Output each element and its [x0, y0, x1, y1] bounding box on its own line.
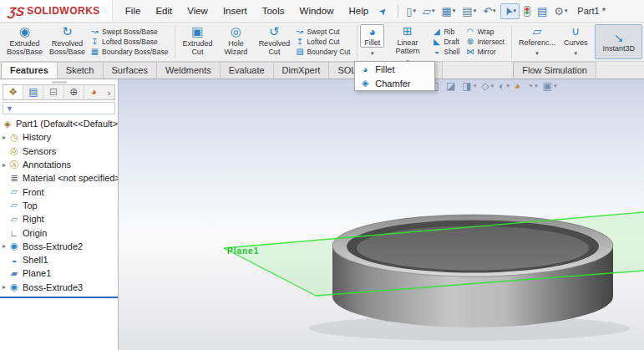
menu-tools[interactable]: Tools: [255, 2, 292, 20]
displaymanager-tab[interactable]: ◕: [84, 85, 104, 99]
reference-geometry-button[interactable]: ▱ Referenc... ▾: [515, 23, 560, 61]
curves-button[interactable]: ∪ Curves ▾: [560, 23, 592, 61]
menu-file[interactable]: File: [118, 2, 149, 20]
boundary-boss-base-button[interactable]: ▦ Boundary Boss/Base: [90, 47, 168, 57]
expand-arrow-icon[interactable]: ▸: [0, 283, 8, 291]
expand-arrow-icon[interactable]: ▸: [0, 242, 8, 250]
tab-evaluate[interactable]: Evaluate: [221, 62, 274, 79]
tree-item-front-plane[interactable]: ▱ Front: [0, 185, 118, 198]
menu-help[interactable]: Help: [341, 2, 376, 20]
chevron-down-icon[interactable]: ▾: [474, 8, 477, 14]
view-orientation-button[interactable]: ◨▾: [462, 80, 476, 92]
menu-item-fillet[interactable]: ◕ Fillet: [355, 62, 434, 76]
boundary-cut-button[interactable]: ▨ Boundary Cut: [295, 47, 350, 57]
menu-window[interactable]: Window: [292, 2, 342, 20]
rib-button[interactable]: ◢ Rib: [432, 27, 459, 37]
file-properties-button[interactable]: ▤: [535, 4, 550, 18]
expand-arrow-icon[interactable]: ▸: [0, 161, 8, 169]
open-document-button[interactable]: ▱ ▾: [420, 4, 438, 18]
chevron-down-icon[interactable]: ▾: [493, 8, 496, 14]
menu-item-chamfer[interactable]: ◈ Chamfer: [355, 76, 434, 90]
view-settings-button[interactable]: ▣▾: [543, 80, 557, 92]
tree-item-material[interactable]: ≣ Material <not specified>: [0, 171, 118, 185]
panel-splitter-handle[interactable]: [52, 81, 67, 84]
draft-button[interactable]: ◣ Draft: [432, 37, 459, 47]
tree-item-history[interactable]: ▸ ◷ History: [0, 130, 118, 144]
lofted-boss-base-button[interactable]: ↧ Lofted Boss/Base: [90, 37, 168, 47]
extruded-boss-base-button[interactable]: ◉ Extruded Boss/Base: [3, 23, 46, 61]
tree-item-right-plane[interactable]: ▱ Right: [0, 212, 118, 226]
graphics-viewport[interactable]: ◎ ⊞ ↶ ◧ ◪ ◨▾ ◇▾ ◐▾ ◕: [119, 79, 644, 350]
edit-appearance-button[interactable]: ◕: [515, 80, 522, 92]
tree-item-annotations[interactable]: ▸ Ⓐ Annotations: [0, 158, 118, 171]
tab-flow-simulation[interactable]: Flow Simulation: [513, 62, 596, 79]
chevron-down-icon[interactable]: ▾: [413, 8, 416, 14]
chevron-down-icon[interactable]: ▾: [535, 83, 538, 89]
chevron-down-icon[interactable]: ▾: [474, 83, 477, 89]
tab-weldments[interactable]: Weldments: [157, 62, 221, 79]
lofted-cut-button[interactable]: ↥ Lofted Cut: [295, 37, 350, 47]
pin-menu-icon[interactable]: ➤: [377, 4, 390, 18]
save-button[interactable]: ▦ ▾: [439, 4, 459, 18]
hole-wizard-button[interactable]: ◎ Hole Wizard: [216, 23, 255, 61]
revolved-boss-base-button[interactable]: ↻ Revolved Boss/Base: [46, 23, 89, 61]
annotation-views-button[interactable]: ◪: [446, 80, 457, 92]
propertymanager-tab[interactable]: ▤: [23, 85, 43, 99]
intersect-button[interactable]: ⊗ Intersect: [465, 37, 505, 47]
options-button[interactable]: ⚙ ▾: [551, 4, 570, 18]
plane1-label[interactable]: Plane1: [227, 246, 259, 256]
material-icon: ≣: [8, 173, 20, 184]
revolved-cut-button[interactable]: ↺ Revolved Cut: [255, 23, 293, 61]
dimxpertmanager-tab[interactable]: ⊕: [64, 85, 84, 99]
chevron-down-icon[interactable]: ▾: [535, 49, 539, 58]
tab-dimxpert[interactable]: DimXpert: [274, 62, 330, 79]
panel-expand-chevron[interactable]: ›: [104, 88, 114, 98]
fillet-dropdown-arrow-icon[interactable]: ▾: [371, 50, 374, 57]
rebuild-button[interactable]: [521, 4, 533, 18]
wrap-button[interactable]: ◠ Wrap: [465, 27, 505, 37]
tab-sketch[interactable]: Sketch: [58, 62, 104, 79]
chevron-down-icon[interactable]: ▾: [453, 8, 456, 14]
hide-show-items-button[interactable]: ◐▾: [499, 80, 510, 92]
featuremanager-tab[interactable]: ❖: [3, 85, 23, 99]
fillet-button[interactable]: ◕ Fillet: [360, 24, 384, 48]
tree-item-boss-extrude2[interactable]: ▸ ◉ Boss-Extrude2: [0, 240, 118, 253]
apply-scene-button[interactable]: ◔▾: [527, 80, 538, 92]
mirror-button[interactable]: ⋈ Mirror: [465, 47, 505, 57]
tree-item-top-plane[interactable]: ▱ Top: [0, 199, 118, 212]
menu-insert[interactable]: Insert: [216, 2, 255, 20]
tree-filter-input[interactable]: ▼: [3, 102, 115, 114]
features-group: ◕ Fillet ▾ ◕ Fillet ◈ Chamfer ⊞ Linear P…: [360, 23, 509, 61]
tree-item-sensors[interactable]: ◎ Sensors: [0, 145, 118, 158]
display-style-button[interactable]: ◇▾: [481, 80, 494, 92]
chevron-down-icon[interactable]: ▾: [574, 49, 577, 58]
tree-item-shell1[interactable]: ◒ Shell1: [0, 253, 118, 266]
select-tool-button[interactable]: ➤ ▾: [500, 3, 520, 19]
tab-surfaces[interactable]: Surfaces: [104, 62, 157, 79]
configurationmanager-tab[interactable]: ⊟: [43, 85, 63, 99]
rollback-bar[interactable]: [0, 297, 118, 298]
chevron-down-icon[interactable]: ▾: [554, 83, 557, 89]
print-button[interactable]: ▤ ▾: [459, 4, 479, 18]
tree-item-plane1[interactable]: ▰ Plane1: [0, 266, 118, 280]
part-model-canvas[interactable]: [119, 79, 644, 350]
chevron-down-icon[interactable]: ▾: [490, 83, 494, 89]
undo-button[interactable]: ↶ ▾: [480, 4, 498, 18]
instant3d-button[interactable]: ↘ Instant3D: [595, 24, 642, 59]
chevron-down-icon[interactable]: ▾: [565, 8, 568, 14]
new-document-button[interactable]: ▯ ▾: [403, 4, 418, 18]
menu-view[interactable]: View: [180, 2, 216, 20]
tree-item-origin[interactable]: ∟ Origin: [0, 226, 118, 239]
linear-pattern-button[interactable]: ⊞ Linear Pattern ▾: [384, 23, 430, 61]
chevron-down-icon[interactable]: ▾: [432, 8, 435, 14]
swept-cut-button[interactable]: ↝ Swept Cut: [295, 27, 350, 37]
extruded-cut-button[interactable]: ▣ Extruded Cut: [178, 23, 216, 61]
tab-features[interactable]: Features: [1, 62, 58, 79]
tree-item-boss-extrude3[interactable]: ▸ ◉ Boss-Extrude3: [0, 281, 118, 294]
expand-arrow-icon[interactable]: ▸: [0, 134, 8, 141]
tree-root-part1[interactable]: ◈ Part1 (Default<<Default>_Phot: [0, 117, 118, 130]
menu-edit[interactable]: Edit: [148, 2, 180, 20]
chevron-down-icon[interactable]: ▾: [506, 83, 510, 89]
shell-button[interactable]: ◒ Shell: [432, 47, 459, 57]
swept-boss-base-button[interactable]: ↝ Swept Boss/Base: [90, 27, 168, 37]
